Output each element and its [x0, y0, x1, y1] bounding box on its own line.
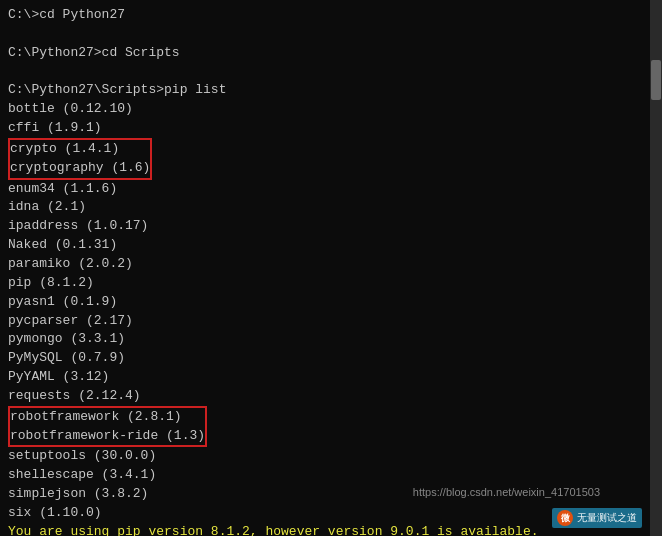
terminal-line: enum34 (1.1.6) — [8, 180, 642, 199]
badge-label: 无量测试之道 — [577, 511, 637, 525]
watermark-text: https://blog.csdn.net/weixin_41701503 — [413, 486, 600, 498]
terminal-line: ipaddress (1.0.17) — [8, 217, 642, 236]
terminal-line: requests (2.12.4) — [8, 387, 642, 406]
terminal-line: pycparser (2.17) — [8, 312, 642, 331]
terminal-line: PyMySQL (0.7.9) — [8, 349, 642, 368]
terminal-line: C:\Python27\Scripts>pip list — [8, 81, 642, 100]
terminal-line: pip (8.1.2) — [8, 274, 642, 293]
scrollbar[interactable] — [650, 0, 662, 536]
terminal-line: setuptools (30.0.0) — [8, 447, 642, 466]
terminal-line: PyYAML (3.12) — [8, 368, 642, 387]
terminal-line — [8, 25, 642, 44]
scrollbar-thumb[interactable] — [651, 60, 661, 100]
terminal-line: Naked (0.1.31) — [8, 236, 642, 255]
logo-icon: 微 — [557, 510, 573, 526]
terminal-line: C:\>cd Python27 — [8, 6, 642, 25]
terminal-line-highlighted: robotframework (2.8.1) — [10, 408, 205, 427]
terminal-line-warning: You are using pip version 8.1.2, however… — [8, 523, 642, 536]
terminal-line: idna (2.1) — [8, 198, 642, 217]
terminal-line: C:\Python27>cd Scripts — [8, 44, 642, 63]
terminal-line-highlighted: cryptography (1.6) — [10, 159, 150, 178]
terminal-line: pymongo (3.3.1) — [8, 330, 642, 349]
terminal-line: six (1.10.0) — [8, 504, 642, 523]
terminal-line: paramiko (2.0.2) — [8, 255, 642, 274]
logo-badge: 微 无量测试之道 — [552, 508, 642, 528]
terminal-line: pyasn1 (0.1.9) — [8, 293, 642, 312]
terminal-line-highlighted: crypto (1.4.1) — [10, 140, 150, 159]
terminal-line: shellescape (3.4.1) — [8, 466, 642, 485]
terminal-line: cffi (1.9.1) — [8, 119, 642, 138]
terminal-line-highlighted: robotframework-ride (1.3) — [10, 427, 205, 446]
terminal-line — [8, 63, 642, 82]
terminal-window: C:\>cd Python27 C:\Python27>cd Scripts C… — [0, 0, 662, 536]
terminal-line: bottle (0.12.10) — [8, 100, 642, 119]
terminal-body[interactable]: C:\>cd Python27 C:\Python27>cd Scripts C… — [0, 0, 650, 536]
